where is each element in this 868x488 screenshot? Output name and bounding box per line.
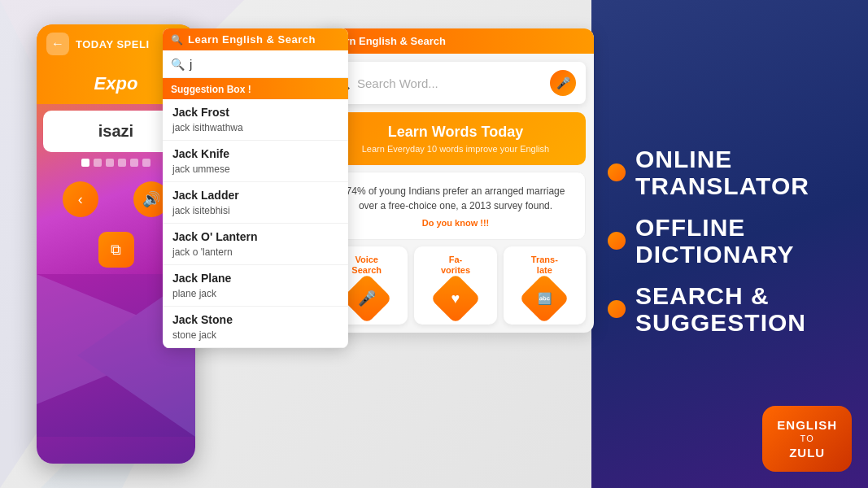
suggestion-jack-stone-zulu: stone jack: [163, 328, 348, 348]
search-placeholder: Search Word...: [357, 76, 438, 90]
search-input-row[interactable]: 🔍 j: [163, 50, 348, 78]
suggestion-jack-ladder-zulu: jack isitebhisi: [163, 203, 348, 224]
feature-offline-dictionary: OFFLINE DICTIONARY: [608, 214, 852, 268]
suggestion-jack-knife-bold: Jack Knife: [163, 141, 348, 162]
learn-card[interactable]: Learn Words Today Learn Everyday 10 word…: [325, 112, 586, 165]
action-grid: VoiceSearch 🎤 Fa-vorites ♥ Trans-late 🔤: [317, 246, 594, 333]
copy-icon: ⧉: [111, 242, 121, 259]
feature-search-suggestion: SEARCH & SUGGESTION: [608, 282, 852, 336]
dot-2: [94, 159, 102, 167]
language-badge: ENGLISH TO ZULU: [762, 406, 852, 472]
list-item: jack isithwathwa: [163, 120, 348, 141]
right-panel: ONLINE TRANSLATOR OFFLINE DICTIONARY SEA…: [591, 0, 868, 488]
favorites-label: Fa-vorites: [419, 255, 491, 276]
list-item: jack o 'lantern: [163, 245, 348, 265]
list-item[interactable]: Jack Plane: [163, 265, 348, 286]
mic-diamond-icon: 🎤: [358, 290, 376, 307]
dot-icon-2: [608, 232, 626, 250]
search-icon-dropdown: 🔍: [171, 34, 183, 46]
dot-3: [106, 159, 114, 167]
dropdown-header: 🔍 Learn English & Search: [163, 28, 348, 50]
list-item: stone jack: [163, 328, 348, 348]
suggestion-jack-lantern-bold: Jack O' Lantern: [163, 224, 348, 245]
suggestion-list: Jack Frost jack isithwathwa Jack Knife j…: [163, 99, 348, 348]
dot-icon: [608, 163, 626, 181]
feature-online-translator: ONLINE TRANSLATOR: [608, 146, 852, 199]
translate-icon: 🔤: [538, 292, 552, 305]
did-you-know-label: Do you know !!!: [338, 218, 574, 228]
translate-icon-diamond: 🔤: [519, 273, 569, 324]
suggestion-header: Suggestion Box !: [163, 78, 348, 99]
list-item: plane jack: [163, 286, 348, 307]
did-you-know-text: 74% of young Indians prefer an arranged …: [338, 184, 574, 213]
feature-label-online: ONLINE TRANSLATOR: [635, 146, 809, 199]
suggestion-jack-ladder-bold: Jack Ladder: [163, 182, 348, 203]
lang-to-word: TO: [777, 433, 837, 444]
search-dropdown-panel: 🔍 Learn English & Search 🔍 j Suggestion …: [163, 28, 348, 348]
suggestion-jack-stone-bold: Jack Stone: [163, 307, 348, 328]
list-item: jack ummese: [163, 162, 348, 182]
translate-label: Trans-late: [508, 255, 581, 276]
heart-icon: ♥: [451, 290, 460, 307]
favorites-card[interactable]: Fa-vorites ♥: [414, 246, 496, 325]
dot-icon-3: [608, 300, 626, 318]
list-item[interactable]: Jack Stone: [163, 307, 348, 328]
suggestion-header-text: Suggestion Box !: [171, 84, 251, 95]
main-search-panel: Learn English & Search 🔍 Search Word... …: [317, 28, 594, 333]
suggestion-jack-knife-zulu: jack ummese: [163, 162, 348, 182]
dot-6: [142, 159, 150, 167]
feature-label-offline: OFFLINE DICTIONARY: [635, 214, 795, 268]
translate-card[interactable]: Trans-late 🔤: [504, 246, 586, 325]
suggestion-jack-lantern-zulu: jack o 'lantern: [163, 245, 348, 265]
back-arrow-icon: ←: [51, 37, 64, 51]
did-you-know-card: 74% of young Indians prefer an arranged …: [325, 172, 586, 240]
lang-to: ZULU: [777, 445, 837, 461]
dot-4: [118, 159, 126, 167]
list-item[interactable]: Jack O' Lantern: [163, 224, 348, 245]
mic-button[interactable]: 🎤: [550, 70, 576, 96]
suggestion-jack-frost-bold: Jack Frost: [163, 99, 348, 120]
suggestion-jack-plane-bold: Jack Plane: [163, 265, 348, 286]
list-item[interactable]: Jack Frost: [163, 99, 348, 120]
left-app-title: TODAY SPELI: [76, 38, 150, 50]
suggestion-jack-plane-zulu: plane jack: [163, 286, 348, 307]
list-item[interactable]: Jack Ladder: [163, 182, 348, 203]
main-panel-header: Learn English & Search: [317, 28, 594, 54]
copy-button[interactable]: ⧉: [98, 232, 134, 268]
learn-card-subtitle: Learn Everyday 10 words improve your Eng…: [337, 144, 574, 154]
lang-from: ENGLISH: [777, 417, 837, 434]
list-item[interactable]: Jack Knife: [163, 141, 348, 162]
chevron-left-icon: ‹: [78, 191, 83, 208]
speaker-icon: 🔊: [142, 190, 160, 208]
search-current-value: j: [190, 57, 192, 71]
main-search-bar[interactable]: 🔍 Search Word... 🎤: [325, 62, 586, 104]
back-action-button[interactable]: ‹: [63, 181, 98, 217]
suggestion-jack-frost-zulu: jack isithwathwa: [163, 120, 348, 141]
learn-card-title: Learn Words Today: [337, 124, 574, 141]
dropdown-header-title: Learn English & Search: [188, 33, 316, 46]
list-item: jack isitebhisi: [163, 203, 348, 224]
back-button[interactable]: ←: [46, 33, 69, 55]
feature-label-search: SEARCH & SUGGESTION: [635, 282, 806, 336]
mic-icon: 🎤: [556, 76, 570, 89]
search-icon-small: 🔍: [171, 58, 185, 71]
voice-search-icon-diamond: 🎤: [342, 273, 392, 324]
dot-1: [81, 159, 89, 167]
dot-5: [130, 159, 138, 167]
favorites-icon-diamond: ♥: [430, 273, 481, 324]
